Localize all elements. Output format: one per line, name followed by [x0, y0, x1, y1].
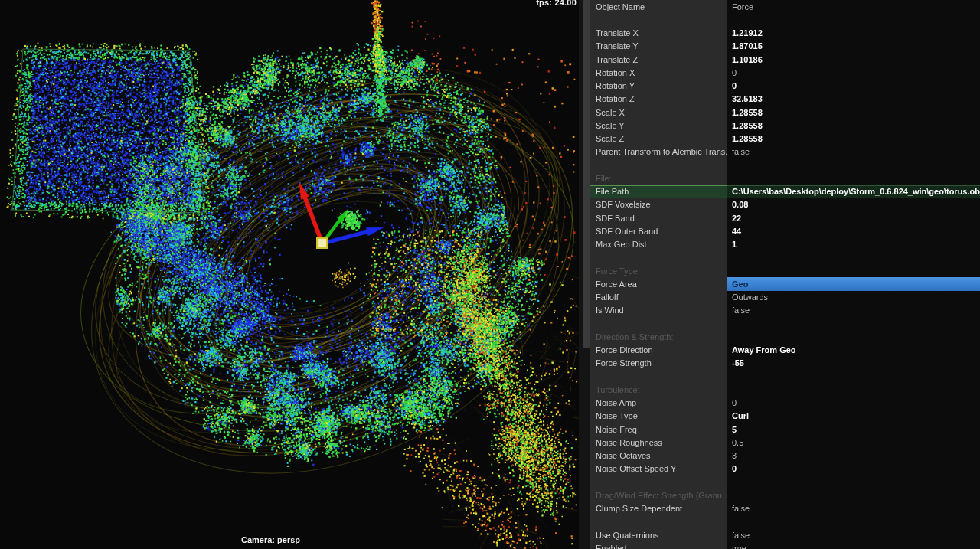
property-label: SDF Outer Band — [590, 224, 727, 237]
property-value[interactable] — [727, 489, 980, 502]
property-label: Direction & Strength: — [590, 330, 727, 343]
property-row: Translate X 1.21912 — [590, 27, 980, 40]
property-value[interactable]: -55 — [727, 357, 980, 370]
property-label: Translate X — [590, 27, 727, 40]
property-value[interactable]: false — [727, 304, 980, 317]
property-row: Noise Type Curl — [590, 410, 980, 423]
property-value[interactable]: true — [727, 541, 980, 549]
property-row: Force Direction Away From Geo — [590, 344, 980, 357]
property-value[interactable]: 44 — [727, 224, 980, 237]
property-value[interactable]: Geo — [727, 277, 980, 290]
property-row: Rotation Z 32.5183 — [590, 93, 980, 106]
property-row: SDF Outer Band 44 — [590, 224, 980, 237]
property-value[interactable]: Curl — [727, 410, 980, 423]
property-value[interactable] — [727, 475, 980, 489]
property-value[interactable]: 0.08 — [727, 198, 980, 211]
panel-scrollbar-track — [579, 0, 590, 549]
property-label: Scale Y — [590, 119, 727, 132]
property-row: Force Type: — [590, 264, 980, 277]
property-label — [590, 515, 727, 528]
property-value[interactable] — [727, 370, 980, 383]
property-value[interactable]: 1.21912 — [727, 27, 980, 40]
property-label — [590, 158, 727, 172]
property-value[interactable]: false — [727, 528, 980, 541]
property-row: Noise Amp 0 — [590, 397, 980, 410]
property-row: Scale X 1.28558 — [590, 106, 980, 119]
property-value[interactable] — [727, 264, 980, 277]
property-label: Use Quaternions — [590, 528, 727, 541]
property-value[interactable] — [727, 158, 980, 172]
property-row: Enabled true — [590, 541, 980, 549]
panel-scrollbar-thumb[interactable] — [583, 0, 590, 348]
property-value[interactable]: 0 — [727, 462, 980, 475]
property-value[interactable] — [727, 515, 980, 528]
property-row: Scale Z 1.28558 — [590, 132, 980, 145]
property-value[interactable]: 5 — [727, 423, 980, 436]
property-label: Noise Octaves — [590, 449, 727, 462]
property-label — [590, 251, 727, 264]
property-label: Noise Amp — [590, 397, 727, 410]
property-value[interactable] — [727, 172, 980, 185]
property-value[interactable]: 0.5 — [727, 436, 980, 449]
property-value[interactable] — [727, 317, 980, 330]
property-value[interactable]: false — [727, 145, 980, 158]
property-label: Noise Offset Speed Y — [590, 462, 727, 475]
property-value[interactable]: C:\Users\bas\Desktop\deploy\Storm_0.6.82… — [727, 185, 980, 198]
property-value[interactable]: 22 — [727, 211, 980, 224]
property-row: SDF Band 22 — [590, 211, 980, 224]
property-row — [590, 317, 980, 330]
property-label: Drag/Wind Effect Strength (Granu... — [590, 489, 727, 502]
property-value[interactable]: Outwards — [727, 291, 980, 304]
property-row: Is Wind false — [590, 304, 980, 317]
property-value[interactable]: 0 — [727, 66, 980, 79]
property-label: Force Direction — [590, 344, 727, 357]
property-label — [590, 370, 727, 383]
property-label: Noise Type — [590, 410, 727, 423]
property-label: Max Geo Dist — [590, 238, 727, 251]
property-label: Force Type: — [590, 264, 727, 277]
property-value[interactable]: 0 — [727, 397, 980, 410]
property-value[interactable]: 1 — [727, 238, 980, 251]
property-label: File Path — [590, 185, 727, 198]
property-label: Rotation Y — [590, 80, 727, 93]
property-value[interactable]: 3 — [727, 449, 980, 462]
property-row: Scale Y 1.28558 — [590, 119, 980, 132]
property-row: File: — [590, 172, 980, 185]
property-value[interactable] — [727, 13, 980, 26]
property-row: Translate Z 1.10186 — [590, 53, 980, 66]
property-row: Direction & Strength: — [590, 330, 980, 343]
property-value[interactable]: 1.28558 — [727, 132, 980, 145]
property-value[interactable]: false — [727, 502, 980, 515]
property-value[interactable]: 1.28558 — [727, 119, 980, 132]
property-label — [590, 475, 727, 489]
property-label: Scale X — [590, 106, 727, 119]
property-row: Noise Freq 5 — [590, 423, 980, 436]
property-label: Clump Size Dependent — [590, 502, 727, 515]
property-value[interactable]: 1.87015 — [727, 40, 980, 53]
property-label: Scale Z — [590, 132, 727, 145]
property-value[interactable] — [727, 251, 980, 264]
property-value[interactable]: Force — [727, 0, 980, 13]
property-value[interactable] — [727, 330, 980, 343]
property-label: Rotation X — [590, 66, 727, 79]
property-value[interactable]: Away From Geo — [727, 344, 980, 357]
property-value[interactable]: 1.10186 — [727, 53, 980, 66]
property-label: Translate Y — [590, 40, 727, 53]
property-row — [590, 515, 980, 528]
fps-counter: fps: 24.00 — [536, 0, 577, 7]
3d-viewport[interactable]: fps: 24.00 Camera: persp — [0, 0, 579, 549]
property-value[interactable]: 32.5183 — [727, 93, 980, 106]
particle-simulation-canvas[interactable] — [0, 0, 579, 549]
property-value[interactable]: 0 — [727, 80, 980, 93]
property-value[interactable]: 1.28558 — [727, 106, 980, 119]
property-label: Noise Freq — [590, 423, 727, 436]
property-label: Object Name — [590, 0, 727, 13]
property-row — [590, 475, 980, 489]
property-label: SDF Voxelsize — [590, 198, 727, 211]
property-row — [590, 158, 980, 172]
property-label: File: — [590, 172, 727, 185]
property-label: Rotation Z — [590, 93, 727, 106]
property-label: Translate Z — [590, 53, 727, 66]
property-label: Enabled — [590, 541, 727, 549]
property-value[interactable] — [727, 383, 980, 396]
